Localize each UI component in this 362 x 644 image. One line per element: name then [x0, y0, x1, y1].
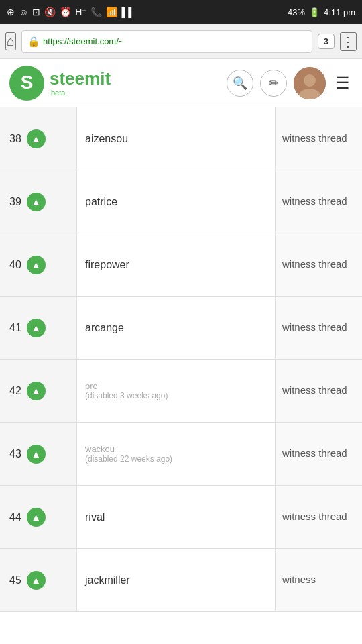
vote-button[interactable]: ▲	[27, 508, 46, 527]
witness-thread-link[interactable]: witness thread	[282, 509, 347, 525]
browser-bar: ⌂ 🔒 https://steemit.com/~ 3 ⋮	[0, 24, 362, 59]
table-row: 39▲patricewitness thread	[0, 170, 362, 233]
rank-number: 43	[9, 448, 21, 460]
action-cell[interactable]: witness	[275, 549, 362, 611]
name-cell: arcange	[77, 297, 275, 359]
rank-number: 39	[9, 196, 21, 208]
witness-name[interactable]: arcange	[85, 322, 124, 334]
status-icon-mute: 🔇	[44, 7, 56, 17]
browser-home-button[interactable]: ⌂	[5, 32, 16, 50]
table-row: 42▲prc(disabled 3 weeks ago)witness thre…	[0, 360, 362, 423]
search-icon: 🔍	[233, 76, 247, 91]
rank-number: 45	[9, 574, 21, 586]
vote-button[interactable]: ▲	[27, 571, 46, 590]
browser-url: https://steemit.com/~	[43, 36, 123, 46]
svg-point-3	[304, 74, 316, 87]
logo-beta: beta	[51, 89, 111, 97]
hamburger-icon: ☰	[335, 74, 350, 92]
table-row: 40▲firepowerwitness thread	[0, 233, 362, 297]
edit-button[interactable]: ✏	[260, 70, 287, 97]
witness-name[interactable]: jackmiller	[85, 574, 130, 586]
disabled-label: (disabled 22 weeks ago)	[85, 454, 172, 464]
rank-cell: 44▲	[0, 486, 77, 548]
witness-thread-link[interactable]: witness thread	[282, 131, 347, 146]
logo-text: steemit	[50, 69, 111, 89]
name-cell: aizensou	[77, 107, 275, 170]
vote-button[interactable]: ▲	[27, 256, 46, 274]
name-cell: wackou(disabled 22 weeks ago)	[77, 423, 275, 485]
action-cell[interactable]: witness thread	[275, 423, 362, 485]
witness-table: 38▲aizensouwitness thread39▲patricewitne…	[0, 107, 362, 612]
site-header: S steemit beta 🔍 ✏ ☰	[0, 59, 362, 107]
battery-percent: 43%	[288, 7, 305, 17]
witness-thread-link[interactable]: witness	[282, 572, 316, 588]
status-right-icons: 43% 🔋 4:11 pm	[288, 7, 355, 17]
table-row: 41▲arcangewitness thread	[0, 297, 362, 360]
rank-cell: 42▲	[0, 360, 77, 422]
vote-button[interactable]: ▲	[27, 382, 46, 400]
witness-thread-link[interactable]: witness thread	[282, 257, 347, 272]
witness-thread-link[interactable]: witness thread	[282, 446, 347, 462]
witness-name[interactable]: patrice	[85, 196, 117, 208]
name-cell: jackmiller	[77, 549, 275, 611]
action-cell[interactable]: witness thread	[275, 233, 362, 296]
table-row: 45▲jackmillerwitness	[0, 549, 362, 612]
vote-button[interactable]: ▲	[27, 319, 46, 337]
vote-button[interactable]: ▲	[27, 193, 46, 211]
table-row: 38▲aizensouwitness thread	[0, 107, 362, 170]
status-icon-smiley: ☺	[19, 7, 28, 17]
status-icon-cast: ⊡	[32, 7, 40, 17]
rank-cell: 45▲	[0, 549, 77, 611]
avatar[interactable]	[294, 67, 326, 99]
action-cell[interactable]: witness thread	[275, 360, 362, 422]
vote-button[interactable]: ▲	[27, 129, 46, 148]
name-cell: firepower	[77, 233, 275, 296]
rank-number: 41	[9, 322, 21, 334]
edit-icon: ✏	[269, 76, 279, 91]
witness-thread-link[interactable]: witness thread	[282, 194, 347, 209]
rank-number: 42	[9, 385, 21, 397]
status-icon-motor: ⊕	[7, 7, 15, 17]
status-icon-bars: ▌▌	[121, 7, 135, 17]
action-cell[interactable]: witness thread	[275, 486, 362, 548]
status-icon-alarm: ⏰	[60, 7, 71, 17]
status-icon-phone: 📞	[90, 7, 102, 17]
rank-cell: 43▲	[0, 423, 77, 485]
witness-name[interactable]: rival	[85, 511, 105, 523]
logo-area[interactable]: S steemit beta	[9, 66, 111, 101]
status-icon-signal: 📶	[106, 7, 117, 17]
rank-number: 40	[9, 259, 21, 271]
avatar-image	[294, 67, 326, 99]
menu-button[interactable]: ☰	[333, 71, 353, 95]
witness-name-disabled[interactable]: wackou	[85, 444, 172, 454]
rank-cell: 39▲	[0, 170, 77, 233]
status-left-icons: ⊕ ☺ ⊡ 🔇 ⏰ H⁺ 📞 📶 ▌▌	[7, 7, 135, 17]
time: 4:11 pm	[324, 7, 355, 17]
search-button[interactable]: 🔍	[227, 70, 253, 97]
witness-name[interactable]: firepower	[85, 259, 129, 271]
name-cell: prc(disabled 3 weeks ago)	[77, 360, 275, 422]
rank-number: 38	[9, 133, 21, 145]
witness-thread-link[interactable]: witness thread	[282, 383, 347, 398]
browser-tab-button[interactable]: 3	[318, 34, 335, 49]
witness-name[interactable]: aizensou	[85, 133, 128, 145]
vote-button[interactable]: ▲	[27, 445, 46, 464]
browser-url-box[interactable]: 🔒 https://steemit.com/~	[21, 30, 312, 53]
witness-thread-link[interactable]: witness thread	[282, 320, 347, 335]
rank-cell: 38▲	[0, 107, 77, 170]
steemit-logo-icon: S	[9, 66, 44, 101]
lock-icon: 🔒	[27, 36, 40, 48]
disabled-label: (disabled 3 weeks ago)	[85, 391, 168, 400]
table-row: 43▲wackou(disabled 22 weeks ago)witness …	[0, 423, 362, 486]
action-cell[interactable]: witness thread	[275, 107, 362, 170]
name-cell: patrice	[77, 170, 275, 233]
battery-icon: 🔋	[309, 7, 320, 17]
rank-cell: 40▲	[0, 233, 77, 296]
action-cell[interactable]: witness thread	[275, 170, 362, 233]
witness-name-disabled[interactable]: prc	[85, 381, 168, 391]
rank-cell: 41▲	[0, 297, 77, 359]
name-cell: rival	[77, 486, 275, 548]
action-cell[interactable]: witness thread	[275, 297, 362, 359]
status-bar: ⊕ ☺ ⊡ 🔇 ⏰ H⁺ 📞 📶 ▌▌ 43% 🔋 4:11 pm	[0, 0, 362, 24]
browser-more-button[interactable]: ⋮	[340, 32, 357, 51]
